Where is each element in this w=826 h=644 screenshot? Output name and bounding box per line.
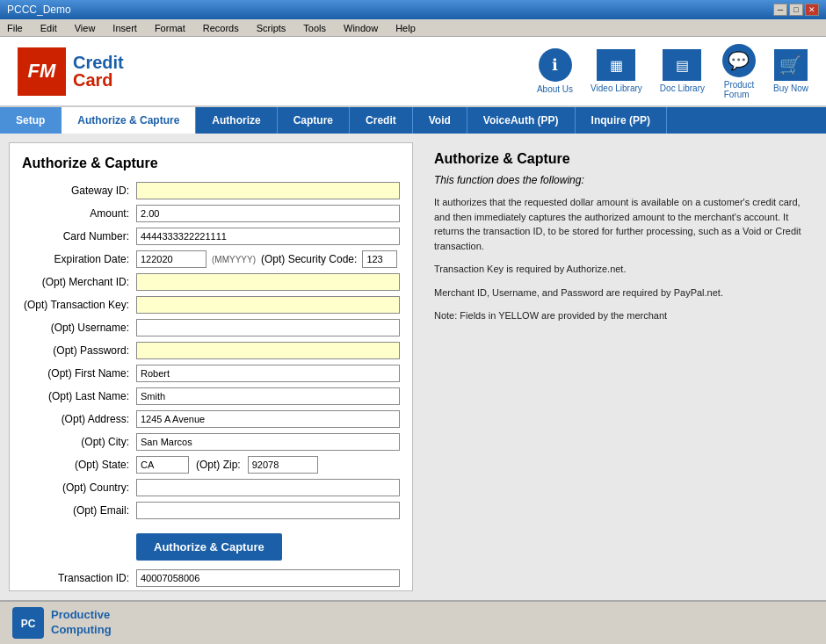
maximize-button[interactable]: □ — [789, 4, 803, 16]
last-name-label: (Opt) Last Name: — [22, 390, 136, 402]
header-icons: ℹ About Us ▦ Video Library ▤ Doc Library… — [537, 44, 808, 99]
username-row: (Opt) Username: — [22, 319, 400, 336]
logo-fm-text: FM — [28, 60, 56, 83]
state-zip-fields: (Opt) Zip: — [136, 456, 318, 474]
video-library-label: Video Library — [591, 83, 642, 93]
city-row: (Opt) City: — [22, 433, 400, 451]
state-zip-row: (Opt) State: (Opt) Zip: — [22, 456, 400, 474]
menu-insert[interactable]: Insert — [109, 23, 141, 33]
menu-file[interactable]: File — [4, 23, 26, 33]
right-panel: Authorize & Capture This function does t… — [422, 142, 817, 591]
card-number-label: Card Number: — [22, 230, 136, 242]
transaction-id-label: Transaction ID: — [22, 572, 136, 584]
footer: PC Productive Computing — [0, 600, 826, 644]
about-us-button[interactable]: ℹ About Us — [537, 48, 573, 94]
security-code-label: (Opt) Security Code: — [261, 253, 357, 265]
title-bar: PCCC_Demo ─ □ ✕ — [0, 0, 826, 19]
right-panel-para3: Merchant ID, Username, and Password are … — [434, 286, 805, 300]
main-content: Authorize & Capture Gateway ID: Amount: … — [0, 134, 826, 600]
menu-bar: File Edit View Insert Format Records Scr… — [0, 19, 826, 37]
merchant-id-input[interactable] — [136, 273, 400, 291]
tab-authorize-capture[interactable]: Authorize & Capture — [62, 107, 196, 134]
menu-scripts[interactable]: Scripts — [253, 23, 290, 33]
card-number-input[interactable] — [136, 228, 400, 245]
state-label: (Opt) State: — [22, 459, 136, 471]
close-button[interactable]: ✕ — [805, 4, 819, 16]
tab-inquire[interactable]: Inquire (PP) — [576, 107, 667, 134]
last-name-input[interactable] — [136, 387, 400, 405]
app-header: FM Credit Card ℹ About Us ▦ Video Librar… — [0, 37, 826, 107]
productive-computing-icon: PC — [12, 607, 44, 639]
product-forum-label: ProductForum — [724, 80, 754, 99]
expiration-input[interactable] — [136, 250, 206, 268]
window-controls: ─ □ ✕ — [773, 4, 819, 16]
address-input[interactable] — [136, 410, 400, 428]
gateway-id-row: Gateway ID: — [22, 182, 400, 199]
logo-credit: Credit — [73, 54, 124, 71]
country-row: (Opt) Country: — [22, 479, 400, 496]
tab-voiceauth[interactable]: VoiceAuth (PP) — [467, 107, 576, 134]
transaction-id-input[interactable] — [136, 569, 400, 587]
right-panel-title: Authorize & Capture — [434, 151, 805, 167]
amount-row: Amount: — [22, 205, 400, 222]
transaction-key-row: (Opt) Transaction Key: — [22, 296, 400, 314]
expiration-hint: (MMYYYY) — [212, 255, 256, 264]
transaction-key-input[interactable] — [136, 296, 400, 314]
tab-credit[interactable]: Credit — [350, 107, 413, 134]
product-forum-button[interactable]: 💬 ProductForum — [722, 44, 756, 99]
left-panel: Authorize & Capture Gateway ID: Amount: … — [9, 142, 413, 591]
security-code-input[interactable] — [362, 250, 397, 268]
right-panel-para4: Note: Fields in YELLOW are provided by t… — [434, 308, 805, 323]
footer-company-name: Productive Computing — [51, 608, 112, 638]
doc-library-button[interactable]: ▤ Doc Library — [660, 49, 705, 93]
last-name-row: (Opt) Last Name: — [22, 387, 400, 405]
menu-view[interactable]: View — [71, 23, 99, 33]
address-label: (Opt) Address: — [22, 413, 136, 425]
merchant-id-row: (Opt) Merchant ID: — [22, 273, 400, 291]
password-input[interactable] — [136, 342, 400, 359]
zip-input[interactable] — [248, 456, 318, 474]
transaction-key-label: (Opt) Transaction Key: — [22, 299, 136, 311]
gateway-id-label: Gateway ID: — [22, 185, 136, 197]
city-input[interactable] — [136, 433, 400, 451]
username-label: (Opt) Username: — [22, 322, 136, 334]
first-name-input[interactable] — [136, 365, 400, 382]
state-input[interactable] — [136, 456, 189, 474]
username-input[interactable] — [136, 319, 400, 336]
amount-label: Amount: — [22, 207, 136, 220]
product-forum-icon: 💬 — [722, 44, 756, 77]
buy-now-icon: 🛒 — [774, 49, 808, 81]
menu-edit[interactable]: Edit — [37, 23, 61, 33]
menu-records[interactable]: Records — [199, 23, 243, 33]
tab-capture[interactable]: Capture — [278, 107, 350, 134]
password-row: (Opt) Password: — [22, 342, 400, 359]
expiration-label: Expiration Date: — [22, 253, 136, 265]
expiration-fields: (MMYYYY) (Opt) Security Code: — [136, 250, 397, 268]
app-title: PCCC_Demo — [7, 4, 71, 16]
first-name-row: (Opt) First Name: — [22, 365, 400, 382]
first-name-label: (Opt) First Name: — [22, 367, 136, 380]
footer-company-line1: Productive — [51, 608, 110, 621]
about-us-icon: ℹ — [539, 48, 572, 82]
tab-setup[interactable]: Setup — [0, 107, 62, 134]
right-panel-subtitle: This function does the following: — [434, 174, 805, 186]
country-label: (Opt) Country: — [22, 481, 136, 494]
amount-input[interactable] — [136, 205, 400, 222]
about-us-label: About Us — [537, 84, 573, 94]
tab-authorize[interactable]: Authorize — [196, 107, 277, 134]
authorize-capture-button[interactable]: Authorize & Capture — [136, 533, 282, 561]
menu-window[interactable]: Window — [340, 23, 381, 33]
video-library-button[interactable]: ▦ Video Library — [591, 49, 642, 93]
menu-tools[interactable]: Tools — [300, 23, 330, 33]
menu-format[interactable]: Format — [151, 23, 189, 33]
footer-company-line2: Computing — [51, 623, 112, 636]
menu-help[interactable]: Help — [392, 23, 419, 33]
email-input[interactable] — [136, 502, 400, 519]
tab-void[interactable]: Void — [413, 107, 467, 134]
buy-now-button[interactable]: 🛒 Buy Now — [773, 49, 808, 93]
nav-tabs: Setup Authorize & Capture Authorize Capt… — [0, 107, 826, 134]
gateway-id-input[interactable] — [136, 182, 400, 199]
svg-text:PC: PC — [21, 618, 36, 630]
country-input[interactable] — [136, 479, 400, 496]
minimize-button[interactable]: ─ — [773, 4, 787, 16]
